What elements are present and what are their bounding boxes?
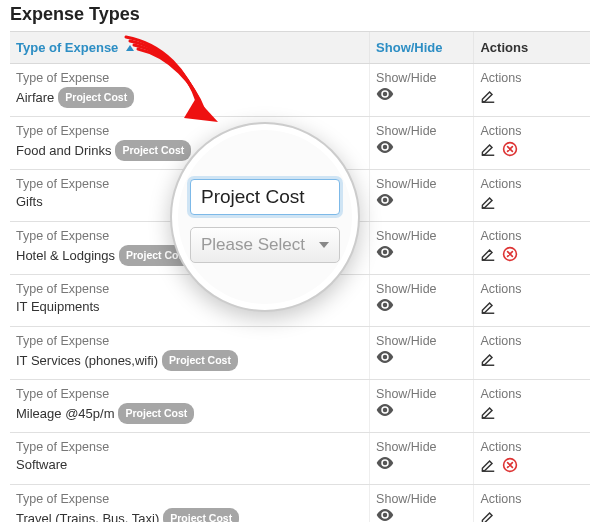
table-row: Type of ExpenseMileage @45p/mProject Cos… xyxy=(10,380,590,433)
edit-icon xyxy=(480,246,496,262)
project-cost-select[interactable]: Please Select xyxy=(190,227,340,263)
edit-button[interactable] xyxy=(480,461,496,476)
row-type-label: Type of Expense xyxy=(16,491,363,507)
expense-type-name: Travel (Trains, Bus, Taxi) xyxy=(16,511,159,522)
row-actions-label: Actions xyxy=(480,491,584,507)
edit-icon xyxy=(480,141,496,157)
row-type-value: Travel (Trains, Bus, Taxi)Project Cost xyxy=(16,508,363,522)
edit-button[interactable] xyxy=(480,513,496,522)
visibility-toggle[interactable] xyxy=(376,141,394,156)
row-actions-label: Actions xyxy=(480,281,584,297)
eye-icon xyxy=(376,194,394,206)
project-cost-badge: Project Cost xyxy=(163,508,239,522)
row-type-value: Software xyxy=(16,456,363,474)
eye-icon xyxy=(376,509,394,521)
eye-icon xyxy=(376,246,394,258)
delete-icon xyxy=(502,457,518,473)
visibility-toggle[interactable] xyxy=(376,88,394,103)
row-actions-label: Actions xyxy=(480,439,584,455)
edit-icon xyxy=(480,509,496,522)
expense-type-name: Airfare xyxy=(16,90,54,105)
delete-button[interactable] xyxy=(502,461,518,476)
edit-icon xyxy=(480,404,496,420)
edit-button[interactable] xyxy=(480,145,496,160)
edit-button[interactable] xyxy=(480,250,496,265)
expense-type-name: Hotel & Lodgings xyxy=(16,248,115,263)
row-show-label: Show/Hide xyxy=(376,70,467,86)
edit-icon xyxy=(480,194,496,210)
project-cost-badge: Project Cost xyxy=(115,140,191,161)
visibility-toggle[interactable] xyxy=(376,509,394,522)
delete-icon xyxy=(502,141,518,157)
table-row: Type of ExpenseTravel (Trains, Bus, Taxi… xyxy=(10,485,590,523)
expense-type-name: Gifts xyxy=(16,194,43,209)
edit-icon xyxy=(480,457,496,473)
expense-type-name: Food and Drinks xyxy=(16,143,111,158)
row-type-value: IT Equipments xyxy=(16,298,363,316)
row-actions-label: Actions xyxy=(480,386,584,402)
row-show-label: Show/Hide xyxy=(376,333,467,349)
visibility-toggle[interactable] xyxy=(376,299,394,314)
row-type-value: AirfareProject Cost xyxy=(16,87,363,108)
table-row: Type of ExpenseIT Services (phones,wifi)… xyxy=(10,327,590,380)
expense-type-name: IT Services (phones,wifi) xyxy=(16,353,158,368)
visibility-toggle[interactable] xyxy=(376,351,394,366)
visibility-toggle[interactable] xyxy=(376,404,394,419)
visibility-toggle[interactable] xyxy=(376,457,394,472)
delete-button[interactable] xyxy=(502,250,518,265)
visibility-toggle[interactable] xyxy=(376,246,394,261)
row-actions-label: Actions xyxy=(480,123,584,139)
header-type-label: Type of Expense xyxy=(16,40,118,55)
row-type-value: Mileage @45p/mProject Cost xyxy=(16,403,363,424)
edit-icon xyxy=(480,351,496,367)
eye-icon xyxy=(376,351,394,363)
sort-type-of-expense[interactable]: Type of Expense xyxy=(16,40,134,55)
row-type-label: Type of Expense xyxy=(16,333,363,349)
row-type-label: Type of Expense xyxy=(16,386,363,402)
project-cost-badge: Project Cost xyxy=(118,403,194,424)
expense-type-name: Mileage @45p/m xyxy=(16,406,114,421)
eye-icon xyxy=(376,404,394,416)
visibility-toggle[interactable] xyxy=(376,194,394,209)
project-cost-badge: Project Cost xyxy=(58,87,134,108)
project-cost-badge: Project Cost xyxy=(162,350,238,371)
header-show-label: Show/Hide xyxy=(376,40,442,55)
row-actions-label: Actions xyxy=(480,70,584,86)
row-actions-label: Actions xyxy=(480,228,584,244)
edit-button[interactable] xyxy=(480,303,496,318)
row-show-label: Show/Hide xyxy=(376,491,467,507)
table-row: Type of ExpenseSoftwareShow/HideActions xyxy=(10,433,590,485)
row-type-label: Type of Expense xyxy=(16,70,363,86)
delete-icon xyxy=(502,246,518,262)
eye-icon xyxy=(376,141,394,153)
row-show-label: Show/Hide xyxy=(376,439,467,455)
edit-icon xyxy=(480,299,496,315)
row-type-value: IT Services (phones,wifi)Project Cost xyxy=(16,350,363,371)
eye-icon xyxy=(376,299,394,311)
eye-icon xyxy=(376,457,394,469)
expense-type-name: IT Equipments xyxy=(16,299,100,314)
row-actions-label: Actions xyxy=(480,176,584,192)
table-row: Type of ExpenseAirfareProject CostShow/H… xyxy=(10,64,590,117)
row-show-label: Show/Hide xyxy=(376,281,467,297)
row-show-label: Show/Hide xyxy=(376,176,467,192)
row-show-label: Show/Hide xyxy=(376,228,467,244)
header-actions-label: Actions xyxy=(480,40,528,55)
row-show-label: Show/Hide xyxy=(376,123,467,139)
edit-button[interactable] xyxy=(480,92,496,107)
eye-icon xyxy=(376,88,394,100)
edit-button[interactable] xyxy=(480,198,496,213)
delete-button[interactable] xyxy=(502,145,518,160)
edit-button[interactable] xyxy=(480,355,496,370)
project-cost-name-input[interactable] xyxy=(190,179,340,215)
magnifier-callout: Please Select xyxy=(170,122,360,312)
expense-type-name: Software xyxy=(16,457,67,472)
row-type-label: Type of Expense xyxy=(16,439,363,455)
sort-asc-icon xyxy=(126,45,134,51)
row-actions-label: Actions xyxy=(480,333,584,349)
page-title: Expense Types xyxy=(10,4,590,25)
row-show-label: Show/Hide xyxy=(376,386,467,402)
edit-icon xyxy=(480,88,496,104)
edit-button[interactable] xyxy=(480,408,496,423)
